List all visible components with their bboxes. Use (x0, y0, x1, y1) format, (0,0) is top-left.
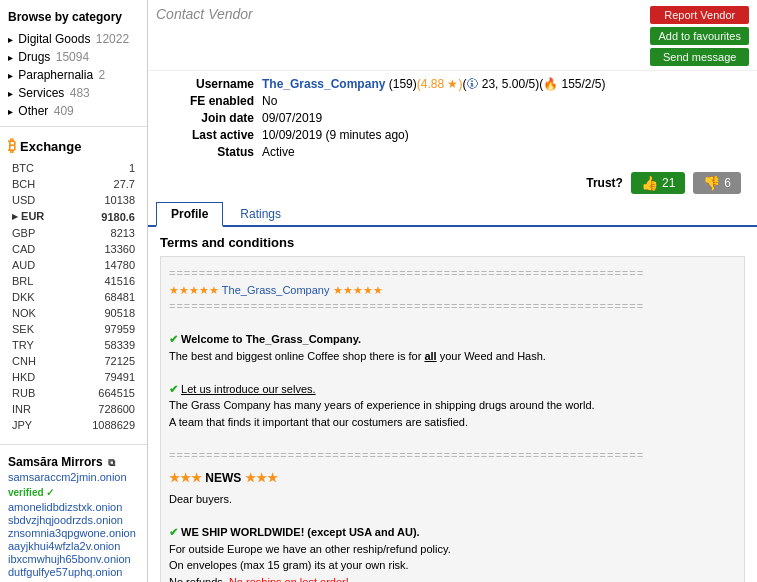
terms-box: ========================================… (160, 256, 745, 582)
main-content: Contact Vendor Report Vendor Add to favo… (148, 0, 757, 582)
terms-title: Terms and conditions (160, 235, 745, 250)
trust-up-count: 21 (662, 176, 675, 190)
tab-ratings[interactable]: Ratings (225, 202, 296, 225)
table-row: HKD79491 (10, 370, 137, 384)
mirror-link[interactable]: ibxcmwhujh65bonv.onion (8, 553, 139, 565)
sidebar-item-label: Drugs (18, 50, 50, 64)
ship-line: ✔ WE SHIP WORLDWIDE! (except USA and AU)… (169, 524, 736, 541)
table-row-active: EUR9180.6 (10, 209, 137, 224)
news-title: ★★★ NEWS ★★★ (169, 469, 736, 487)
ship-title: WE SHIP WORLDWIDE! (except USA and AU). (181, 526, 420, 538)
table-row: AUD14780 (10, 258, 137, 272)
sidebar-item-paraphernalia[interactable]: Paraphernalia 2 (0, 66, 147, 84)
mirror-link[interactable]: znsomnia3qpgwone.onion (8, 527, 139, 539)
username-value: The_Grass_Company (159)(4.88 ★)(🛈 23, 5.… (262, 77, 606, 91)
trust-up-button[interactable]: 👍 21 (631, 172, 685, 194)
external-link-icon: ⧉ (108, 457, 115, 468)
dispute-score: 23, 5.00/5)( (478, 77, 543, 91)
active-label: Last active (164, 128, 254, 142)
table-row: BTC1 (10, 161, 137, 175)
table-row: BRL41516 (10, 274, 137, 288)
exchange-table: BTC1 BCH27.7 USD10138 EUR9180.6 GBP8213 … (8, 159, 139, 434)
add-favourite-button[interactable]: Add to favourites (650, 27, 749, 45)
fire-stats: 155/2/5) (558, 77, 605, 91)
table-row: CAD13360 (10, 242, 137, 256)
ship-line2: On envelopes (max 15 gram) its at your o… (169, 557, 736, 574)
dashes-line: ========================================… (169, 265, 736, 282)
sidebar-item-label: Digital Goods (18, 32, 90, 46)
tab-bar: Profile Ratings (148, 202, 757, 227)
send-message-button[interactable]: Send message (650, 48, 749, 66)
fire-icon: 🔥 (543, 77, 558, 91)
status-badge: Active (262, 145, 295, 159)
sidebar-item-count: 15094 (56, 50, 89, 64)
table-row: JPY1088629 (10, 418, 137, 432)
thumbs-down-icon: 👎 (703, 175, 720, 191)
join-row: Join date 09/07/2019 (164, 111, 741, 125)
fe-row: FE enabled No (164, 94, 741, 108)
check-icon: ✔ (169, 383, 178, 395)
dashes-line: ========================================… (169, 298, 736, 315)
trust-down-button[interactable]: 👎 6 (693, 172, 741, 194)
dispute-count: 🛈 (466, 77, 478, 91)
mirror-link[interactable]: amonelidbdizstxk.onion (8, 501, 139, 513)
sidebar-item-drugs[interactable]: Drugs 15094 (0, 48, 147, 66)
thumbs-up-icon: 👍 (641, 175, 658, 191)
sidebar-item-label: Services (18, 86, 64, 100)
join-value: 09/07/2019 (262, 111, 322, 125)
verified-badge: verified ✓ (8, 487, 54, 498)
sidebar-item-count: 12022 (96, 32, 129, 46)
sidebar-item-services[interactable]: Services 483 (0, 84, 147, 102)
mirror-link[interactable]: sbdvzjhqjoodrzds.onion (8, 514, 139, 526)
vendor-title-line: ★★★★★ The_Grass_Company ★★★★★ (169, 282, 736, 299)
introduce-line: ✔ Let us introduce our selves. (169, 381, 736, 398)
sidebar-item-digital-goods[interactable]: Digital Goods 12022 (0, 30, 147, 48)
bitcoin-icon: ₿ (8, 137, 16, 155)
mirrors-title: Samsāra Mirrors ⧉ (8, 455, 139, 469)
dear-buyers: Dear buyers. (169, 491, 736, 508)
table-row: DKK68481 (10, 290, 137, 304)
mirror-link-primary[interactable]: samsaraccm2jmin.onion (8, 471, 139, 483)
sidebar-title: Browse by category (0, 6, 147, 30)
sidebar-item-other[interactable]: Other 409 (0, 102, 147, 120)
table-row: SEK97959 (10, 322, 137, 336)
join-label: Join date (164, 111, 254, 125)
ship-line3: No refunds, No reships on lost order! (169, 574, 736, 583)
vendor-info: Username The_Grass_Company (159)(4.88 ★)… (148, 71, 757, 168)
sidebar: Browse by category Digital Goods 12022 D… (0, 0, 148, 582)
exchange-section: ₿ Exchange BTC1 BCH27.7 USD10138 EUR9180… (0, 133, 147, 438)
vendor-title-text: The_Grass_Company (222, 284, 333, 296)
username-row: Username The_Grass_Company (159)(4.88 ★)… (164, 77, 741, 91)
sidebar-item-count: 409 (54, 104, 74, 118)
introduce-title: Let us introduce our selves. (181, 383, 316, 395)
sidebar-item-label: Other (18, 104, 48, 118)
trust-section: Trust? 👍 21 👎 6 (148, 168, 757, 198)
table-row: TRY58339 (10, 338, 137, 352)
table-row: CNH72125 (10, 354, 137, 368)
username-label: Username (164, 77, 254, 91)
page-title: Contact Vendor (156, 6, 253, 22)
ship-line1: For outside Europe we have an other resh… (169, 541, 736, 558)
check-icon: ✔ (169, 526, 178, 538)
sidebar-item-count: 483 (70, 86, 90, 100)
vendor-name[interactable]: The_Grass_Company (262, 77, 385, 91)
introduce-body1: The Grass Company has many years of expe… (169, 397, 736, 414)
sidebar-item-label: Paraphernalia (18, 68, 93, 82)
status-row: Status Active (164, 145, 741, 159)
mirror-link[interactable]: dutfgulfye57uphq.onion (8, 566, 139, 578)
active-row: Last active 10/09/2019 (9 minutes ago) (164, 128, 741, 142)
table-row: NOK90518 (10, 306, 137, 320)
mirrors-section: Samsāra Mirrors ⧉ samsaraccm2jmin.onion … (0, 451, 147, 582)
tab-profile[interactable]: Profile (156, 202, 223, 227)
rating-count: (159) (389, 77, 417, 91)
dashes-line: ========================================… (169, 447, 736, 464)
trust-down-count: 6 (724, 176, 731, 190)
rating-score: (4.88 ★) (417, 77, 463, 91)
header-buttons: Report Vendor Add to favourites Send mes… (650, 6, 749, 66)
report-vendor-button[interactable]: Report Vendor (650, 6, 749, 24)
table-row: USD10138 (10, 193, 137, 207)
fe-value: No (262, 94, 277, 108)
mirror-link[interactable]: aayjkhui4wfzla2v.onion (8, 540, 139, 552)
main-header: Contact Vendor Report Vendor Add to favo… (148, 0, 757, 71)
active-value: 10/09/2019 (9 minutes ago) (262, 128, 409, 142)
